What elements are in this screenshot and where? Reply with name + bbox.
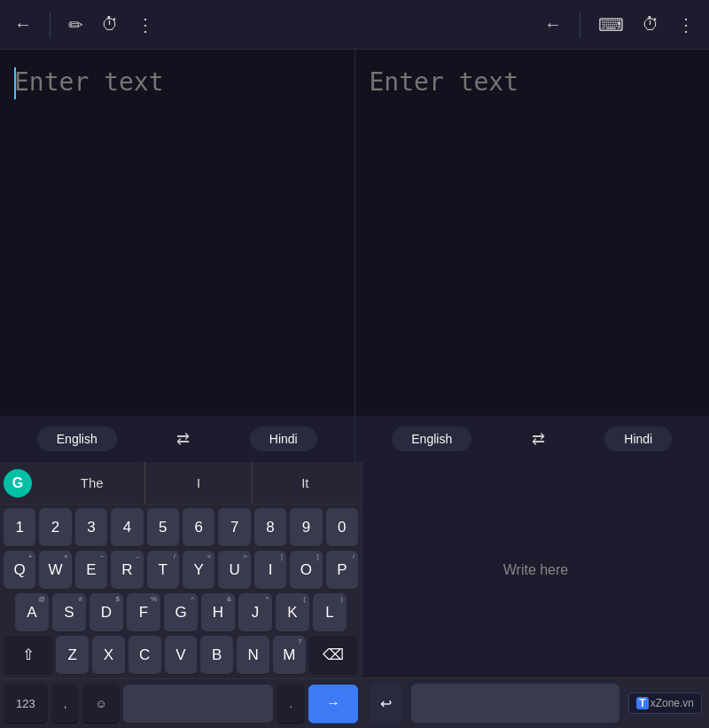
key-h[interactable]: H&: [201, 593, 235, 632]
key-w[interactable]: W×: [39, 551, 71, 590]
key-v[interactable]: V: [165, 636, 198, 675]
lang-hindi-left[interactable]: Hindi: [250, 427, 317, 451]
keys-area: 1 2 3 4 5 6 7 8 9 0 Q+ W× E÷ R– T/ Y< U>…: [0, 505, 362, 678]
bottom-left: 123 , ☺ . →: [0, 685, 362, 724]
back-icon-left[interactable]: ←: [14, 14, 32, 35]
lang-panel-right: English ⇄ Hindi: [355, 416, 710, 462]
key-comma[interactable]: ,: [51, 685, 80, 724]
key-4[interactable]: 4: [111, 508, 143, 547]
key-b[interactable]: B: [200, 636, 233, 675]
key-e[interactable]: E÷: [75, 551, 107, 590]
key-m[interactable]: M7: [273, 636, 306, 675]
key-f[interactable]: F%: [127, 593, 160, 632]
key-emoji[interactable]: ☺: [82, 685, 119, 724]
suggestion-i[interactable]: I: [145, 462, 252, 504]
edit-icon[interactable]: ✏: [68, 14, 83, 35]
key-n[interactable]: N: [237, 636, 269, 675]
key-8[interactable]: 8: [254, 508, 286, 547]
right-text-input[interactable]: [370, 67, 696, 398]
key-i[interactable]: I[: [254, 551, 286, 590]
enter-arrow-icon: →: [326, 695, 340, 711]
key-numbers[interactable]: 123: [4, 685, 48, 724]
top-bar-right: ← ⌨ ⏱ ⋮: [544, 12, 695, 38]
key-u[interactable]: U>: [218, 551, 250, 590]
key-o[interactable]: O]: [290, 551, 322, 590]
swap-icon-left[interactable]: ⇄: [176, 429, 190, 449]
cursor-line: [14, 67, 16, 99]
main-content: [0, 50, 709, 416]
key-q[interactable]: Q+: [4, 551, 35, 590]
key-p[interactable]: P/: [326, 551, 358, 590]
lang-english-left[interactable]: English: [37, 427, 117, 451]
key-c[interactable]: C: [129, 636, 161, 675]
key-5[interactable]: 5: [147, 508, 179, 547]
key-7[interactable]: 7: [218, 508, 250, 547]
left-text-input[interactable]: [14, 67, 340, 398]
key-a[interactable]: A@: [15, 593, 49, 632]
asdf-row: A@ S# D$ F% G^ H& J* K( L): [4, 593, 358, 632]
swap-icon-right[interactable]: ⇄: [532, 429, 545, 449]
lang-english-right[interactable]: English: [392, 427, 471, 451]
top-bar-left: ← ✏ ⏱ ⋮: [14, 12, 154, 38]
key-9[interactable]: 9: [290, 508, 322, 547]
suggestions-row: G The I It: [0, 462, 362, 505]
qwerty-row: Q+ W× E÷ R– T/ Y< U> I[ O] P/: [4, 551, 358, 590]
number-row: 1 2 3 4 5 6 7 8 9 0: [4, 508, 358, 547]
history-icon-left[interactable]: ⏱: [101, 14, 119, 35]
key-shift[interactable]: ⇧: [4, 636, 52, 675]
brand-zone-text: xZone.vn: [651, 697, 694, 709]
key-0[interactable]: 0: [326, 508, 358, 547]
key-s[interactable]: S#: [52, 593, 86, 632]
google-icon: G: [4, 469, 32, 497]
suggestion-it[interactable]: It: [253, 462, 358, 504]
handwriting-undo-btn[interactable]: ↩: [370, 684, 402, 723]
key-enter[interactable]: →: [308, 685, 358, 724]
lang-panel-left: English ⇄ Hindi: [0, 416, 355, 462]
key-2[interactable]: 2: [39, 508, 71, 547]
more-icon-right[interactable]: ⋮: [677, 14, 695, 35]
divider-right: [580, 12, 580, 38]
left-text-panel[interactable]: [0, 50, 355, 416]
key-g[interactable]: G^: [164, 593, 198, 632]
right-text-panel[interactable]: [355, 50, 710, 416]
back-icon-right[interactable]: ←: [544, 14, 562, 35]
key-j[interactable]: J*: [238, 593, 272, 632]
top-bar: ← ✏ ⏱ ⋮ ← ⌨ ⏱ ⋮: [0, 0, 709, 50]
key-period[interactable]: .: [277, 685, 305, 724]
handwriting-panel[interactable]: Write here ↩ T xZone.vn: [362, 462, 709, 728]
brand-badge: T xZone.vn: [628, 693, 702, 714]
key-1[interactable]: 1: [4, 508, 35, 547]
key-3[interactable]: 3: [75, 508, 107, 547]
key-r[interactable]: R–: [111, 551, 143, 590]
key-l[interactable]: L): [313, 593, 347, 632]
zxcv-row: ⇧ Z X C V B N M7 ⌫: [4, 636, 358, 675]
key-d[interactable]: D$: [90, 593, 123, 632]
lang-hindi-right[interactable]: Hindi: [604, 427, 672, 451]
write-here-label: Write here: [503, 562, 569, 578]
bottom-bar: 123 , ☺ . →: [0, 678, 362, 728]
key-x[interactable]: X: [92, 636, 125, 675]
key-k[interactable]: K(: [276, 593, 309, 632]
divider-left: [50, 12, 51, 38]
key-y[interactable]: Y<: [183, 551, 214, 590]
key-backspace[interactable]: ⌫: [309, 636, 358, 675]
keyboard-left: G The I It 1 2 3 4 5 6 7 8 9 0 Q+ W×: [0, 462, 362, 728]
handwriting-space-btn[interactable]: [411, 684, 619, 723]
lang-bar: English ⇄ Hindi English ⇄ Hindi: [0, 416, 709, 462]
key-6[interactable]: 6: [183, 508, 214, 547]
more-icon-left[interactable]: ⋮: [136, 14, 154, 35]
history-icon-right[interactable]: ⏱: [642, 14, 659, 35]
undo-icon: ↩: [380, 695, 392, 712]
suggestion-the[interactable]: The: [39, 462, 145, 504]
key-t[interactable]: T/: [147, 551, 179, 590]
brand-t-letter: T: [636, 697, 648, 709]
keyboard-icon[interactable]: ⌨: [598, 14, 624, 35]
key-z[interactable]: Z: [56, 636, 89, 675]
key-spacebar[interactable]: [123, 685, 274, 724]
keyboard-area: G The I It 1 2 3 4 5 6 7 8 9 0 Q+ W×: [0, 462, 709, 728]
